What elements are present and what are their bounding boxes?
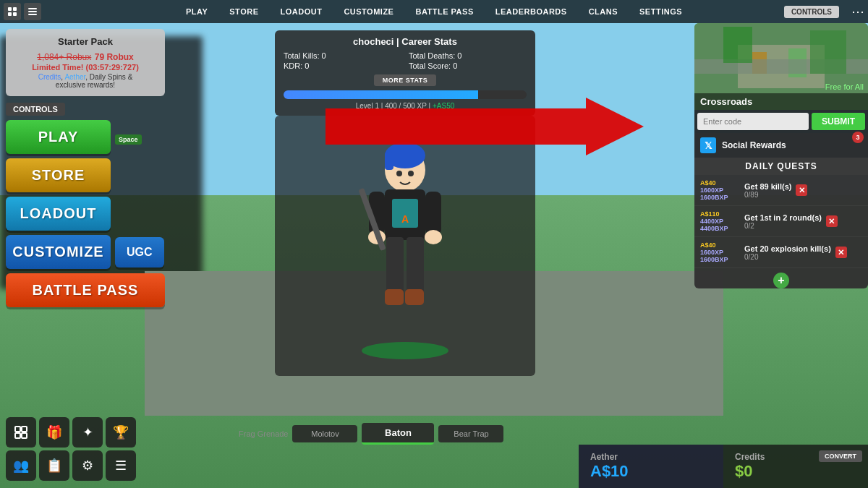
loadout-button[interactable]: LOADOUT: [6, 197, 111, 231]
aether-label: Aether: [590, 452, 712, 462]
svg-rect-5: [28, 11, 37, 12]
stats-grid: Total Kills: 0 Total Deaths: 0 KDR: 0 To…: [284, 51, 527, 70]
add-quest-button[interactable]: +: [773, 273, 789, 288]
svg-rect-4: [28, 8, 37, 9]
code-input[interactable]: [697, 113, 809, 130]
icon-team[interactable]: 👥: [6, 450, 36, 481]
svg-rect-7: [15, 427, 20, 432]
svg-rect-13: [385, 152, 393, 170]
store-button[interactable]: STORE: [6, 158, 111, 192]
nav-item-leaderboards[interactable]: LEADERBOARDS: [485, 0, 577, 23]
more-stats-button[interactable]: MORE STATS: [374, 74, 437, 86]
battle-pass-button[interactable]: BATTLE PASS: [6, 273, 165, 307]
daily-quests-panel: DAILY QUESTS A$40 1600XP 1600BXP Get 89 …: [694, 158, 868, 288]
nav-icon-2[interactable]: [24, 3, 41, 20]
svg-rect-23: [385, 289, 404, 305]
social-rewards-row[interactable]: 𝕏 Social Rewards 3: [694, 133, 868, 158]
starter-limited-time: Limited Time! (03:57:29:727): [14, 63, 156, 72]
aether-currency: Aether A$10: [579, 445, 723, 488]
quest-1-info: Get 89 kill(s) 0/89: [744, 182, 791, 199]
character-panel: A: [275, 116, 535, 376]
nav-item-clans[interactable]: CLANS: [579, 0, 628, 23]
svg-rect-8: [22, 427, 27, 432]
quest-1-progress: 0/89: [744, 191, 791, 199]
quest-2-close-button[interactable]: ✕: [826, 215, 838, 227]
svg-text:A: A: [401, 213, 409, 225]
nav-item-battlepass[interactable]: BATTLE PASS: [405, 0, 483, 23]
customize-row: CUSTOMIZE UGC: [6, 235, 165, 269]
svg-rect-3: [13, 12, 17, 16]
quest-2-rewards: A$110 4400XP 4400BXP: [700, 210, 740, 232]
starter-desc: Credits, Aether, Daily Spins &exclusive …: [14, 73, 156, 89]
controls-label: CONTROLS: [6, 103, 65, 116]
social-notification-badge: 3: [852, 132, 864, 143]
quest-3-rewards: A$40 1600XP 1600BXP: [700, 241, 740, 263]
svg-point-19: [425, 230, 442, 244]
nav-item-settings[interactable]: SETTINGS: [629, 0, 692, 23]
quest-1-xp: 1600XP: [700, 187, 740, 194]
twitter-icon: 𝕏: [700, 137, 716, 153]
score-label: Total Score: 0: [409, 61, 527, 70]
svg-rect-35: [723, 27, 752, 63]
play-button[interactable]: PLAY: [6, 120, 111, 154]
svg-rect-24: [405, 289, 424, 305]
icon-trophy[interactable]: 🏆: [106, 417, 136, 448]
controls-button[interactable]: CONTROLS: [784, 6, 839, 18]
svg-rect-1: [13, 7, 17, 11]
quest-3-close-button[interactable]: ✕: [835, 247, 847, 258]
currency-bar: Aether A$10 CONVERT Credits $0: [579, 445, 868, 488]
svg-rect-0: [8, 7, 12, 11]
starter-pack-title: Starter Pack: [14, 36, 156, 47]
bottom-icon-grid: 🎁 ✦ 🏆 👥 📋 ⚙ ☰: [6, 417, 136, 481]
nav-icon-1[interactable]: [4, 3, 21, 20]
left-sidebar: Starter Pack 1,084+ Robux 79 Robux Limit…: [6, 29, 165, 312]
nav-item-customize[interactable]: CUSTOMIZE: [333, 0, 404, 23]
top-nav-icons: [4, 3, 41, 20]
icon-inventory[interactable]: [6, 417, 36, 448]
aether-value: A$10: [590, 462, 712, 481]
credits-currency: CONVERT Credits $0: [723, 445, 868, 488]
icon-gift[interactable]: 🎁: [39, 417, 69, 448]
nav-item-store[interactable]: STORE: [219, 0, 268, 23]
map-thumbnail: Free for All Crossroads: [694, 23, 868, 110]
svg-point-25: [396, 171, 402, 176]
quest-item-3: A$40 1600XP 1600BXP Get 20 explosion kil…: [694, 237, 868, 268]
kills-label: Total Kills: 0: [284, 51, 401, 60]
quest-2-progress: 0/2: [744, 222, 822, 230]
quest-3-bxp: 1600BXP: [700, 256, 740, 263]
space-badge: Space: [115, 134, 142, 145]
map-title-overlay: Crossroads: [694, 93, 868, 110]
quest-3-info: Get 20 explosion kill(s) 0/20: [744, 244, 831, 261]
icon-spinwheel[interactable]: ✦: [72, 417, 103, 448]
bear-trap-slot[interactable]: Bear Trap: [438, 425, 503, 442]
quest-1-close-button[interactable]: ✕: [796, 184, 807, 196]
starter-price-new2: 79 Robux: [95, 52, 134, 62]
svg-rect-21: [386, 237, 404, 295]
icon-menu[interactable]: ☰: [106, 450, 136, 481]
code-entry-row: SUBMIT: [694, 110, 868, 133]
icon-settings2[interactable]: ⚙: [72, 450, 103, 481]
nav-item-loadout[interactable]: LOADOUT: [270, 0, 332, 23]
quests-title: DAILY QUESTS: [694, 158, 868, 175]
quest-3-desc: Get 20 explosion kill(s): [744, 244, 831, 253]
icon-quests[interactable]: 📋: [39, 450, 69, 481]
ugc-button[interactable]: UGC: [115, 237, 164, 267]
svg-point-28: [362, 342, 448, 359]
svg-rect-6: [28, 14, 37, 15]
convert-button[interactable]: CONVERT: [819, 450, 862, 462]
svg-rect-36: [810, 30, 846, 74]
starter-pack-price: 1,084+ Robux 79 Robux: [14, 50, 156, 63]
play-row: PLAY Space: [6, 120, 165, 158]
submit-button[interactable]: SUBMIT: [812, 113, 865, 130]
more-options-button[interactable]: ⋯: [851, 4, 864, 20]
quest-3-gold: A$40: [700, 241, 740, 249]
molotov-slot[interactable]: Molotov: [292, 425, 357, 442]
svg-rect-9: [15, 433, 20, 438]
quest-1-bxp: 1600BXP: [700, 194, 740, 201]
nav-item-play[interactable]: PLAY: [176, 0, 218, 23]
quest-2-info: Get 1st in 2 round(s) 0/2: [744, 213, 822, 230]
baton-slot[interactable]: Baton: [362, 423, 434, 445]
starter-price-old: 1,084+ Robux: [37, 52, 91, 62]
quest-1-gold: A$40: [700, 179, 740, 187]
customize-button[interactable]: CUSTOMIZE: [6, 235, 111, 269]
